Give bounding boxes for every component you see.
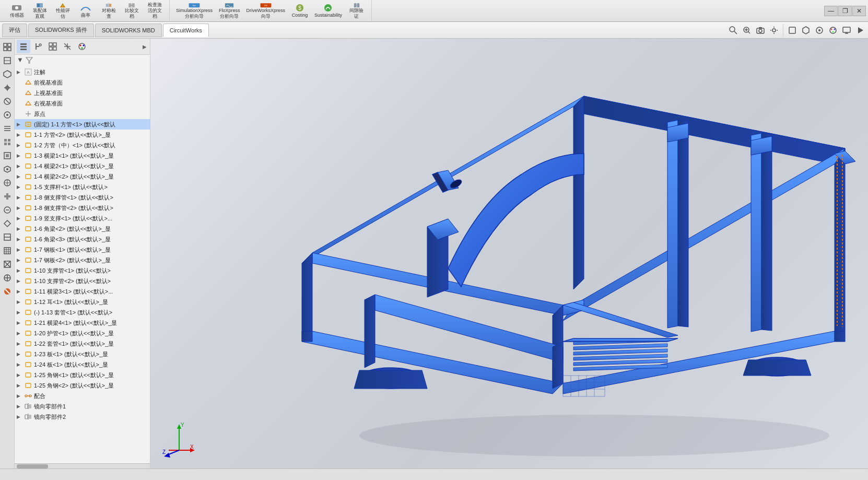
tab-evaluate[interactable]: 评估 bbox=[2, 24, 27, 37]
tree-item-part-1[interactable]: ▶ 1-1 方管<2> (默认<<默认>_显 bbox=[15, 130, 150, 140]
toolbar-sensor[interactable]: 传感器 bbox=[5, 2, 28, 20]
tree-item-part-0[interactable]: ▶ (固定) 1-1 方管<1> (默认<<默认 bbox=[15, 119, 150, 130]
side-icon-4[interactable] bbox=[1, 95, 14, 108]
tree-item-part-21[interactable]: ▶ 1-22 套管<1> (默认<<默认>_显 bbox=[15, 338, 150, 349]
svg-rect-82 bbox=[4, 248, 10, 254]
toolbar-simulationxpress[interactable]: Sim SimulationXpress分析向导 bbox=[173, 2, 216, 20]
side-icon-18[interactable] bbox=[1, 285, 14, 298]
side-icon-16[interactable] bbox=[1, 258, 14, 271]
panel-tab-config[interactable] bbox=[46, 40, 60, 53]
tree-item-annotation[interactable]: ▶ A 注解 bbox=[15, 67, 150, 77]
toolbar-costing[interactable]: $ Costing bbox=[288, 2, 311, 20]
tree-item-part-10[interactable]: ▶ 1-6 角梁<2> (默认<<默认>_显 bbox=[15, 224, 150, 234]
monitor-icon[interactable] bbox=[841, 25, 852, 36]
tree-item-part-16[interactable]: ▶ 1-11 横梁3<1> (默认<<默认>... bbox=[15, 286, 150, 297]
bottom-scrollbar[interactable] bbox=[15, 463, 150, 469]
toolbar-group-xpress: Sim SimulationXpress分析向导 FloXpress分析向导 D… bbox=[170, 0, 372, 21]
panel-more-btn[interactable]: ▶ bbox=[142, 43, 148, 51]
tree-item-part-9[interactable]: ▶ 1-9 竖支撑<1> (默认<<默认>... bbox=[15, 213, 150, 224]
side-icon-14[interactable] bbox=[1, 231, 14, 243]
tree-item-part-15[interactable]: ▶ 1-10 支撑管<2> (默认<<默认> bbox=[15, 276, 150, 286]
tree-item-part-11[interactable]: ▶ 1-6 角梁<3> (默认<<默认>_显 bbox=[15, 234, 150, 244]
tree-item-part-7[interactable]: ▶ 1-8 侧支撑管<1> (默认<<默认> bbox=[15, 192, 150, 203]
tree-item-part-6[interactable]: ▶ 1-5 支撑杆<1> (默认<<默认> bbox=[15, 182, 150, 192]
toolbar-sustainability[interactable]: Sustainability bbox=[311, 2, 345, 20]
side-icon-8[interactable] bbox=[1, 149, 14, 162]
box-icon[interactable] bbox=[787, 25, 798, 36]
svg-rect-151 bbox=[25, 404, 28, 408]
side-icon-5[interactable] bbox=[1, 109, 14, 121]
3d-viewport[interactable]: Y X Z bbox=[150, 39, 868, 469]
tree-item-origin[interactable]: 原点 bbox=[15, 109, 150, 119]
tree-item-part-14[interactable]: ▶ 1-10 支撑管<1> (默认<<默认> bbox=[15, 265, 150, 276]
side-icon-15[interactable] bbox=[1, 244, 14, 257]
side-icon-1[interactable] bbox=[1, 54, 14, 67]
toolbar-check-doc[interactable]: 检查激活的文档 bbox=[143, 2, 166, 20]
toolbar-floxpress[interactable]: FloXpress分析向导 bbox=[216, 2, 243, 20]
tree-item-part-17[interactable]: ▶ 1-12 耳<1> (默认<<默认>_显 bbox=[15, 297, 150, 307]
search-icon[interactable] bbox=[728, 25, 739, 36]
tree-item-part-12[interactable]: ▶ 1-7 钢板<1> (默认<<默认>_显 bbox=[15, 244, 150, 255]
tree-item-part-19[interactable]: ▶ 1-21 横梁4<1> (默认<<默认>_显 bbox=[15, 318, 150, 328]
tree-item-part-23[interactable]: ▶ 1-24 板<1> (默认<<默认>_显 bbox=[15, 359, 150, 370]
palette-icon[interactable] bbox=[827, 25, 839, 36]
panel-tab-appearance[interactable] bbox=[75, 40, 89, 53]
svg-rect-22 bbox=[354, 3, 357, 7]
side-icon-17[interactable] bbox=[1, 272, 14, 284]
tree-item-part-24[interactable]: ▶ 1-25 角钢<1> (默认<<默认>_显 bbox=[15, 370, 150, 380]
tree-item-part-13[interactable]: ▶ 1-7 钢板<2> (默认<<默认>_显 bbox=[15, 255, 150, 265]
zoom-icon[interactable] bbox=[741, 25, 753, 36]
play-icon[interactable] bbox=[854, 25, 866, 36]
tree-item-part-20[interactable]: ▶ 1-20 护管<1> (默认<<默认>_显 bbox=[15, 328, 150, 338]
side-icon-2[interactable] bbox=[1, 68, 14, 80]
tree-item-part-8[interactable]: ▶ 1-8 侧支撑管<2> (默认<<默认> bbox=[15, 203, 150, 213]
side-icon-7[interactable] bbox=[1, 136, 14, 148]
svg-rect-102 bbox=[53, 47, 56, 50]
tree-item-part-4[interactable]: ▶ 1-4 横梁2<1> (默认<<默认>_显 bbox=[15, 161, 150, 171]
tree-item-part-2[interactable]: ▶ 1-2 方管（中）<1> (默认<<默认 bbox=[15, 140, 150, 150]
panel-tab-feature-manager[interactable] bbox=[17, 40, 30, 53]
hexagon-icon[interactable] bbox=[800, 25, 812, 36]
side-icon-9[interactable] bbox=[1, 163, 14, 175]
toolbar-compare-doc[interactable]: = 比较文档 bbox=[120, 2, 143, 20]
side-icon-10[interactable] bbox=[1, 177, 14, 189]
tab-circuitworks[interactable]: CircuitWorks bbox=[163, 24, 209, 37]
side-icon-13[interactable] bbox=[1, 217, 14, 230]
svg-text:$: $ bbox=[298, 5, 301, 11]
toolbar-driveworks[interactable]: DW DriveWorksXpress向导 bbox=[243, 2, 288, 20]
tree-item-part-3[interactable]: ▶ 1-3 横梁1<1> (默认<<默认>_显 bbox=[15, 150, 150, 161]
tree-item-part-5[interactable]: ▶ 1-4 横梁2<2> (默认<<默认>_显 bbox=[15, 171, 150, 182]
toolbar-performance[interactable]: ! 性能评估 bbox=[51, 2, 74, 20]
toolbar-curvature[interactable]: 曲率 bbox=[74, 2, 97, 20]
tree-item-top-plane[interactable]: 上视基准面 bbox=[15, 88, 150, 98]
tab-solidworks-plugin[interactable]: SOLIDWORKS 插件 bbox=[28, 24, 94, 37]
side-icon-12[interactable] bbox=[1, 204, 14, 216]
tree-item-mirror-1[interactable]: ▶ 镜向零部件1 bbox=[15, 401, 150, 412]
tree-item-mirror-2[interactable]: ▶ 镜向零部件2 bbox=[15, 412, 150, 422]
tree-item-front-plane[interactable]: 前视基准面 bbox=[15, 77, 150, 88]
maximize-button[interactable]: ❐ bbox=[838, 6, 852, 16]
tab-solidworks-mbd[interactable]: SOLIDWORKS MBD bbox=[95, 24, 162, 37]
minimize-button[interactable]: — bbox=[824, 6, 838, 16]
tree-item-assembly[interactable]: ▶ 配合 bbox=[15, 391, 150, 401]
side-icon-11[interactable] bbox=[1, 190, 14, 203]
settings-icon[interactable] bbox=[768, 25, 780, 36]
side-icon-0[interactable] bbox=[1, 41, 14, 53]
tree-item-part-18[interactable]: ▶ (-) 1-13 套管<1> (默认<<默认> bbox=[15, 307, 150, 318]
circle-icon[interactable] bbox=[814, 25, 825, 36]
scroll-thumb[interactable] bbox=[17, 464, 48, 469]
side-icon-3[interactable] bbox=[1, 81, 14, 94]
side-icon-6[interactable] bbox=[1, 122, 14, 135]
tree-item-part-22[interactable]: ▶ 1-23 板<1> (默认<<默认>_显 bbox=[15, 349, 150, 359]
close-button[interactable]: ✕ bbox=[852, 6, 866, 16]
toolbar-symmetry-check[interactable]: 对称检查 bbox=[97, 2, 120, 20]
toolbar-assembly-visual[interactable]: 装配体直观 bbox=[28, 2, 51, 20]
camera-icon[interactable] bbox=[755, 25, 766, 36]
svg-rect-101 bbox=[49, 47, 52, 50]
tree-item-right-plane[interactable]: 右视基准面 bbox=[15, 98, 150, 109]
panel-tab-properties[interactable] bbox=[31, 40, 45, 53]
svg-rect-11 bbox=[132, 3, 135, 7]
toolbar-clearance[interactable]: 间隙验证 bbox=[345, 2, 368, 20]
tree-item-part-25[interactable]: ▶ 1-25 角钢<2> (默认<<默认>_显 bbox=[15, 380, 150, 391]
panel-tab-dimxpert[interactable] bbox=[61, 40, 74, 53]
